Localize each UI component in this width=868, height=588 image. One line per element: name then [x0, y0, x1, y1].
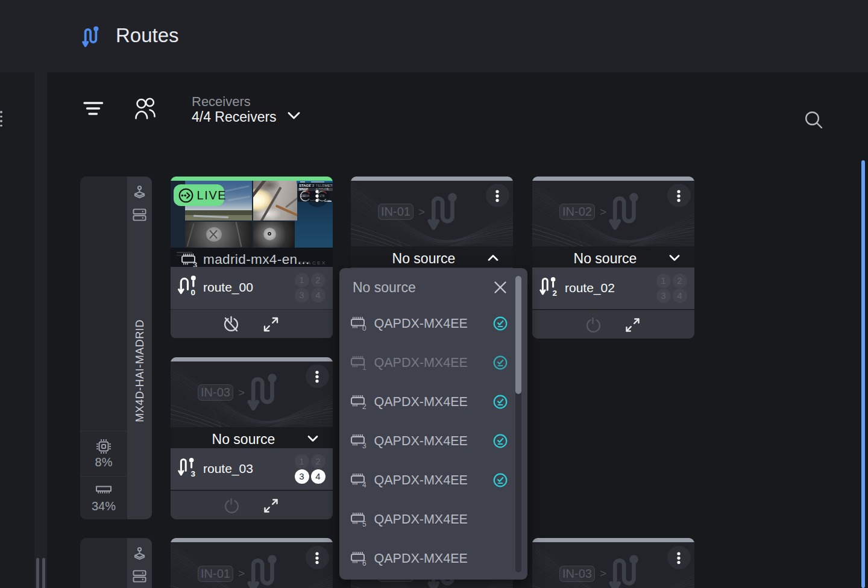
svg-text:4: 4: [362, 481, 366, 488]
svg-text:1: 1: [362, 363, 366, 371]
svg-text:0: 0: [362, 324, 366, 331]
svg-text:3: 3: [191, 469, 196, 478]
svg-text:6: 6: [362, 559, 366, 566]
svg-text:3: 3: [193, 260, 197, 267]
svg-text:3: 3: [362, 442, 366, 449]
svg-text:0: 0: [191, 288, 196, 296]
svg-text:2: 2: [362, 402, 366, 410]
svg-text:2: 2: [553, 289, 558, 297]
svg-text:5: 5: [362, 520, 366, 527]
